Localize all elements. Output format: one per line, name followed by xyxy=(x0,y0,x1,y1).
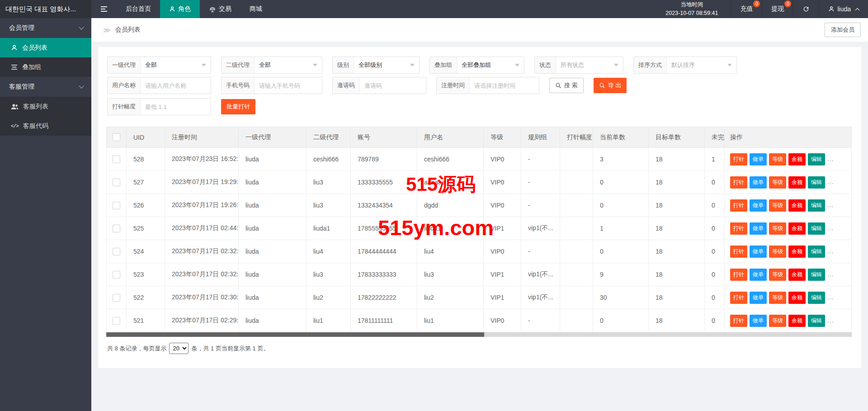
balance-button[interactable]: 余额 xyxy=(788,269,806,281)
make-order-button[interactable]: 做单 xyxy=(750,292,767,304)
row-checkbox[interactable] xyxy=(113,202,120,209)
withdraw-button[interactable]: 提现 0 xyxy=(762,0,793,18)
edit-button[interactable]: 编辑 xyxy=(808,269,825,281)
edit-button[interactable]: 编辑 xyxy=(808,153,825,165)
reg-time-input[interactable] xyxy=(470,77,539,94)
inject-button[interactable]: 打针 xyxy=(730,292,747,304)
cell-account: 17844444444 xyxy=(351,240,417,263)
refresh-button[interactable] xyxy=(793,0,819,18)
username-input[interactable] xyxy=(141,77,211,94)
nav-item-trade[interactable]: 交易 xyxy=(200,0,241,18)
filter-select-status-value[interactable]: 所有状态 xyxy=(556,61,614,69)
sidebar-item-service-list[interactable]: 客服列表 xyxy=(0,97,91,116)
level-button[interactable]: 等级 xyxy=(769,269,786,281)
sidebar-item-member-list[interactable]: 会员列表 xyxy=(0,38,91,57)
nav-item-home[interactable]: 后台首页 xyxy=(117,0,160,18)
inject-button[interactable]: 打针 xyxy=(730,199,747,212)
row-checkbox[interactable] xyxy=(113,179,120,186)
make-order-button[interactable]: 做单 xyxy=(750,269,767,281)
col-unfinished: 未完成 xyxy=(705,127,725,148)
more-actions[interactable]: ... xyxy=(827,317,834,324)
row-checkbox[interactable] xyxy=(113,294,120,302)
level-button[interactable]: 等级 xyxy=(769,315,786,327)
sidebar-item-service-code[interactable]: </> 客服代码 xyxy=(0,116,91,136)
edit-button[interactable]: 编辑 xyxy=(808,246,825,258)
user-avatar-icon xyxy=(828,6,835,12)
col-target-orders: 目标单数 xyxy=(649,127,705,148)
make-order-button[interactable]: 做单 xyxy=(750,176,767,189)
page-size-select[interactable]: 20 xyxy=(169,343,189,354)
search-button-label: 搜 索 xyxy=(564,81,578,90)
nav-item-mall[interactable]: 商城 xyxy=(241,0,271,18)
add-member-button[interactable]: 添加会员 xyxy=(825,23,861,37)
balance-button[interactable]: 余额 xyxy=(788,153,806,165)
balance-button[interactable]: 余额 xyxy=(788,246,806,258)
more-actions[interactable]: ... xyxy=(827,224,834,231)
more-actions[interactable]: ... xyxy=(827,201,834,208)
filter-select-sort-value[interactable]: 默认排序 xyxy=(667,61,727,69)
edit-button[interactable]: 编辑 xyxy=(808,199,825,212)
cell-current-orders: 1 xyxy=(593,217,649,240)
level-button[interactable]: 等级 xyxy=(769,176,786,189)
more-actions[interactable]: ... xyxy=(827,270,834,278)
inject-range-input[interactable] xyxy=(141,99,211,115)
edit-button[interactable]: 编辑 xyxy=(808,315,825,327)
user-menu[interactable]: liuda xyxy=(819,0,868,18)
row-actions: 打针做单等级余额编辑... xyxy=(730,270,834,278)
make-order-button[interactable]: 做单 xyxy=(750,199,767,212)
edit-button[interactable]: 编辑 xyxy=(808,222,825,235)
more-actions[interactable]: ... xyxy=(827,293,834,301)
invite-code-input[interactable] xyxy=(360,77,426,94)
filter-select-stack-group-value[interactable]: 全部叠加组 xyxy=(457,61,515,69)
sidebar-section-service-management[interactable]: 客服管理 xyxy=(0,77,91,97)
row-checkbox[interactable] xyxy=(113,156,120,163)
balance-button[interactable]: 余额 xyxy=(788,222,806,235)
row-checkbox[interactable] xyxy=(113,248,120,255)
level-button[interactable]: 等级 xyxy=(769,222,786,235)
inject-button[interactable]: 打针 xyxy=(730,315,747,327)
collapse-menu-button[interactable] xyxy=(91,0,117,18)
filter-select-agent1-value[interactable]: 全部 xyxy=(141,61,202,69)
scrollbar-thumb[interactable] xyxy=(106,332,484,337)
level-button[interactable]: 等级 xyxy=(769,246,786,258)
make-order-button[interactable]: 做单 xyxy=(750,153,767,165)
inject-button[interactable]: 打针 xyxy=(730,153,747,165)
balance-button[interactable]: 余额 xyxy=(788,176,806,189)
inject-button[interactable]: 打针 xyxy=(730,222,747,235)
filter-select-level-value[interactable]: 全部级别 xyxy=(354,61,410,69)
row-checkbox[interactable] xyxy=(113,317,120,325)
batch-inject-button[interactable]: 批量打针 xyxy=(221,99,255,114)
cell-rule-group: vip1(不... xyxy=(521,263,560,286)
make-order-button[interactable]: 做单 xyxy=(750,222,767,235)
filter-select-agent2-value[interactable]: 全部 xyxy=(255,61,313,69)
balance-button[interactable]: 余额 xyxy=(788,292,806,304)
level-button[interactable]: 等级 xyxy=(769,292,786,304)
more-actions[interactable]: ... xyxy=(827,247,834,255)
balance-button[interactable]: 余额 xyxy=(788,315,806,327)
more-actions[interactable]: ... xyxy=(827,178,834,185)
make-order-button[interactable]: 做单 xyxy=(750,315,767,327)
sidebar-item-stack-group[interactable]: 叠加组 xyxy=(0,57,91,77)
inject-button[interactable]: 打针 xyxy=(730,246,747,258)
phone-input[interactable] xyxy=(255,77,322,94)
make-order-button[interactable]: 做单 xyxy=(750,246,767,258)
search-button[interactable]: 搜 索 xyxy=(549,78,584,93)
more-actions[interactable]: ... xyxy=(827,155,834,162)
sidebar-section-member-management[interactable]: 会员管理 xyxy=(0,18,91,38)
nav-item-role[interactable]: 角色 xyxy=(160,0,200,18)
select-all-checkbox[interactable] xyxy=(113,133,120,141)
recharge-button[interactable]: 充值 0 xyxy=(731,0,762,18)
top-navbar: 대한민국 대표 영화사... 后台首页 角色 交易 商城 当地时间 2023-1… xyxy=(0,0,868,18)
edit-button[interactable]: 编辑 xyxy=(808,176,825,189)
inject-button[interactable]: 打针 xyxy=(730,269,747,281)
cell-target-orders: 18 xyxy=(649,217,705,240)
row-checkbox[interactable] xyxy=(113,225,120,232)
sidebar-item-label: 会员列表 xyxy=(22,44,47,52)
level-button[interactable]: 等级 xyxy=(769,153,786,165)
row-checkbox[interactable] xyxy=(113,271,120,279)
balance-button[interactable]: 余额 xyxy=(788,199,806,212)
inject-button[interactable]: 打针 xyxy=(730,176,747,189)
export-button[interactable]: 导 出 xyxy=(594,78,627,93)
level-button[interactable]: 等级 xyxy=(769,199,786,212)
edit-button[interactable]: 编辑 xyxy=(808,292,825,304)
